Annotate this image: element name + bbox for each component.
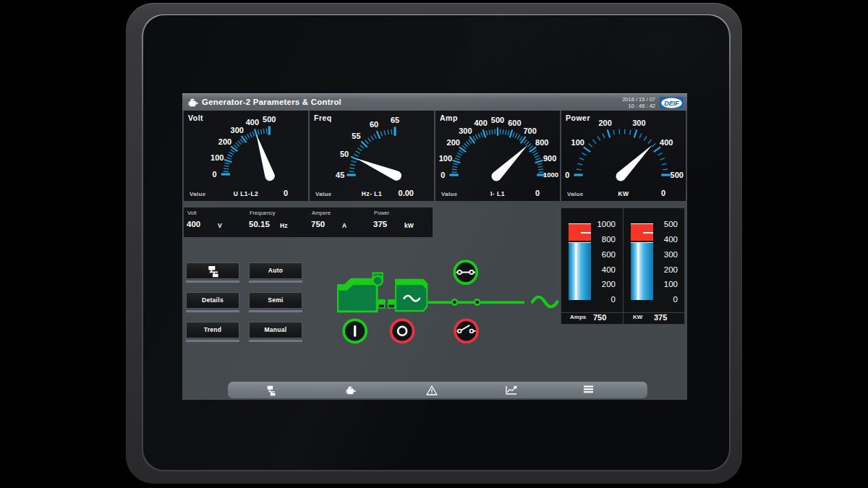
svg-text:500: 500 [671, 171, 684, 179]
svg-text:500: 500 [491, 116, 504, 124]
svg-text:300: 300 [231, 126, 244, 134]
svg-text:500: 500 [263, 115, 276, 124]
svg-text:0: 0 [441, 171, 445, 179]
svg-text:300: 300 [632, 119, 645, 127]
svg-text:900: 900 [543, 154, 556, 163]
svg-text:300: 300 [459, 127, 472, 135]
svg-text:0: 0 [565, 171, 569, 179]
svg-text:100: 100 [439, 154, 452, 163]
svg-text:200: 200 [218, 137, 231, 146]
svg-text:700: 700 [523, 127, 536, 135]
svg-text:200: 200 [598, 119, 611, 127]
svg-text:45: 45 [336, 171, 344, 179]
svg-text:400: 400 [660, 138, 673, 147]
svg-text:0: 0 [212, 170, 216, 179]
svg-text:400: 400 [246, 118, 259, 127]
svg-text:100: 100 [571, 138, 584, 147]
svg-text:600: 600 [508, 119, 521, 127]
svg-text:60: 60 [370, 120, 378, 129]
svg-text:65: 65 [391, 116, 399, 124]
svg-text:55: 55 [352, 132, 360, 140]
svg-text:50: 50 [340, 150, 349, 158]
svg-text:200: 200 [447, 138, 460, 147]
svg-text:100: 100 [210, 153, 224, 162]
svg-text:400: 400 [474, 119, 487, 127]
svg-text:800: 800 [535, 138, 548, 147]
svg-text:1000: 1000 [543, 171, 558, 179]
svg-text:DEIF: DEIF [664, 100, 679, 107]
